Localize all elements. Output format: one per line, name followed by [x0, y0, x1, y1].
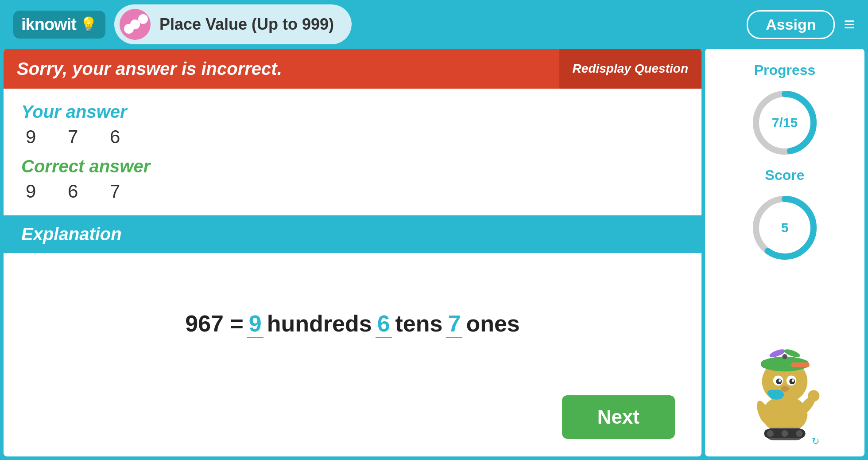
explanation-banner: Explanation — [4, 215, 701, 253]
header-left: iknowit 💡 Place Value (Up to 999) — [13, 4, 352, 44]
menu-icon[interactable]: ≡ — [844, 15, 855, 34]
svg-point-16 — [779, 379, 781, 382]
svg-point-27 — [782, 430, 788, 437]
main-content: Sorry, your answer is incorrect. Redispl… — [0, 49, 868, 460]
lesson-title: Place Value (Up to 999) — [159, 15, 334, 34]
incorrect-banner: Sorry, your answer is incorrect. Redispl… — [4, 49, 701, 89]
ones-value: 7 — [446, 310, 462, 338]
redisplay-button[interactable]: Redisplay Question — [559, 49, 701, 89]
right-panel: Progress 7/15 Score 5 — [705, 49, 864, 456]
svg-text:↻: ↻ — [812, 436, 820, 446]
progress-value: 7/15 — [772, 115, 798, 130]
correct-answer-values: 9 6 7 — [26, 181, 684, 202]
hundreds-label: hundreds — [267, 310, 372, 337]
subject-icon — [120, 9, 151, 40]
your-answer-values: 9 7 6 — [26, 126, 684, 148]
mascot-container: ↻ — [714, 272, 856, 448]
header-right: Assign ≡ — [747, 10, 855, 39]
svg-point-23 — [808, 390, 819, 402]
logo: iknowit 💡 — [13, 11, 105, 39]
title-bubble: Place Value (Up to 999) — [114, 4, 352, 44]
bulb-icon: 💡 — [80, 16, 97, 33]
svg-rect-8 — [791, 363, 810, 367]
ones-label: ones — [466, 310, 519, 337]
svg-point-9 — [782, 354, 787, 359]
progress-circle: 7/15 — [749, 87, 820, 158]
hundreds-value: 9 — [247, 310, 264, 338]
your-answer-label: Your answer — [21, 102, 684, 122]
svg-point-28 — [796, 430, 802, 437]
svg-point-20 — [767, 390, 776, 396]
score-label: Score — [765, 167, 805, 183]
correct-answer-label: Correct answer — [21, 156, 684, 176]
svg-point-17 — [792, 379, 794, 382]
tens-value: 6 — [376, 310, 392, 338]
answer-section: Your answer 9 7 6 Correct answer 9 6 7 — [4, 89, 701, 215]
svg-point-18 — [781, 386, 789, 392]
explanation-content: 967 = 9 hundreds 6 tens 7 ones — [4, 253, 701, 395]
tens-label: tens — [395, 310, 443, 337]
next-section: Next — [4, 395, 701, 456]
score-circle: 5 — [749, 192, 820, 263]
explanation-label: Explanation — [21, 224, 122, 244]
assign-button[interactable]: Assign — [747, 10, 835, 39]
incorrect-message: Sorry, your answer is incorrect. — [17, 59, 282, 79]
next-button[interactable]: Next — [562, 395, 675, 439]
left-panel: Sorry, your answer is incorrect. Redispl… — [4, 49, 701, 456]
logo-text: iknowit — [21, 15, 76, 34]
score-value: 5 — [781, 220, 789, 235]
equation: 967 = 9 hundreds 6 tens 7 ones — [185, 310, 520, 338]
svg-point-26 — [767, 430, 774, 437]
progress-label: Progress — [754, 62, 816, 78]
header: iknowit 💡 Place Value (Up to 999) Assign… — [0, 0, 868, 49]
mascot-image: ↻ — [723, 324, 847, 448]
equation-prefix: 967 = — [185, 310, 244, 337]
